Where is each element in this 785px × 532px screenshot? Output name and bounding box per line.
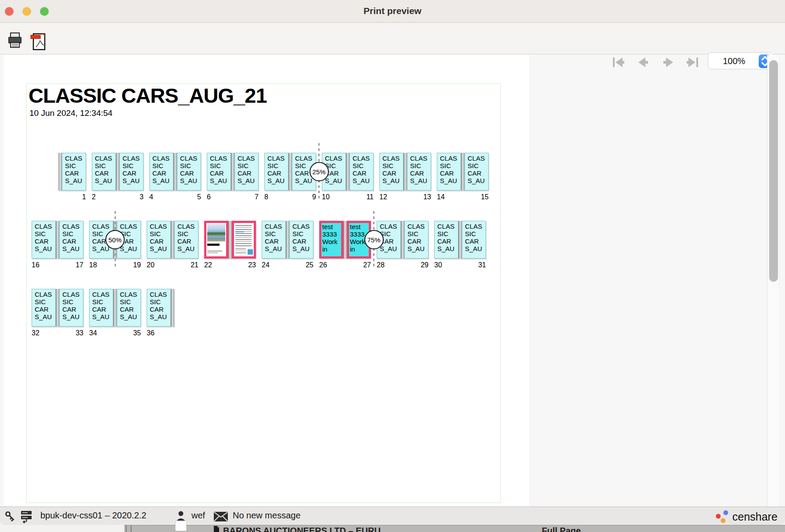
page-thumbnail-35[interactable]: CLAS SIC CAR S_AU [117,289,141,327]
page-thumbnail-34[interactable]: CLAS SIC CAR S_AU [89,289,113,327]
page-thumbnail-21[interactable]: CLAS SIC CAR S_AU [174,221,198,259]
previous-page-button[interactable] [636,56,651,69]
page-thumbnail-16[interactable]: CLAS SIC CAR S_AU [32,221,56,259]
vertical-scrollbar[interactable] [767,55,780,507]
page-number: 35 [121,329,141,337]
page-number: 18 [89,261,109,269]
page-number: 25 [293,261,313,269]
page-thumbnail-label: CLAS SIC CAR S_AU [207,153,230,184]
page-thumbnail-13[interactable]: CLAS SIC CAR S_AU [407,153,431,191]
background-asset-title: BARONS AUCTIONEERS LTD – EURU [223,526,381,532]
page-spine [171,289,174,327]
page-thumbnail-label: CLAS SIC CAR S_AU [350,153,373,184]
page-number: 8 [264,193,284,201]
page-thumbnail-label: CLAS SIC CAR S_AU [32,221,55,252]
previous-page-icon [636,56,651,69]
page-thumbnail-label: CLAS SIC CAR S_AU [265,153,288,184]
page-thumbnail-5[interactable]: CLAS SIC CAR S_AU [177,153,201,191]
thumbnail-text-line [207,252,218,253]
thumbnail-caption-bar [207,244,220,246]
page-thumbnail-33[interactable]: CLAS SIC CAR S_AU [59,289,83,327]
page-thumbnail-32[interactable]: CLAS SIC CAR S_AU [32,289,56,327]
page-spine [346,153,349,191]
page-number: 33 [63,329,83,337]
page-thumbnail-22[interactable] [204,221,228,259]
thumbnail-text-lines [235,248,246,255]
page-number: 4 [149,193,169,201]
export-pdf-button[interactable] [30,32,47,50]
page-thumbnail-36[interactable]: CLAS SIC CAR S_AU [147,289,171,327]
pdf-export-icon [30,32,47,51]
page-thumbnail-29[interactable]: CLAS SIC CAR S_AU [404,221,429,259]
thumbnail-text-lines [235,225,252,247]
page-number: 14 [437,193,457,201]
window-divider [126,525,127,532]
page-thumbnail-24[interactable]: CLAS SIC CAR S_AU [262,221,286,259]
page-number: 26 [319,261,339,269]
scrollbar-thumb[interactable] [769,60,778,282]
page-thumbnail-30[interactable]: CLAS SIC CAR S_AU [434,221,458,259]
page-thumbnail-2[interactable]: CLAS SIC CAR S_AU [92,153,116,191]
last-page-button[interactable] [685,56,700,69]
page-thumbnail-label: CLAS SIC CAR S_AU [262,221,285,252]
page-thumbnail-7[interactable]: CLAS SIC CAR S_AU [234,153,259,191]
page-thumbnail-14[interactable]: CLAS SIC CAR S_AU [437,153,461,191]
page-thumbnail-label: CLAS SIC CAR S_AU [150,153,173,184]
page-thumbnail-25[interactable]: CLAS SIC CAR S_AU [289,221,313,259]
page-thumbnail-20[interactable]: CLAS SIC CAR S_AU [147,221,171,259]
page-spine [286,221,289,259]
next-page-button[interactable] [661,56,676,69]
first-page-button[interactable] [611,56,626,69]
page-thumbnail-12[interactable]: CLAS SIC CAR S_AU [379,153,403,191]
page-spine [173,153,177,191]
first-page-icon [611,56,626,69]
page-thumbnail-1[interactable]: CLAS SIC CAR S_AU [62,153,86,191]
page-spine [401,221,404,259]
page-thumbnail-6[interactable]: CLAS SIC CAR S_AU [207,153,231,191]
background-view-label: Full Page [542,526,581,532]
page-spine [113,289,117,327]
page-number: 28 [377,261,397,269]
username-label: wef [191,510,205,521]
page-spine [116,153,119,191]
page-thumbnail-3[interactable]: CLAS SIC CAR S_AU [119,153,144,191]
page-number: 21 [178,261,198,269]
censhare-logo-text: censhare [732,510,778,523]
page-thumbnail-label: CLAS SIC CAR S_AU [117,289,140,320]
titlebar: Print preview [0,0,785,23]
last-page-icon [685,56,700,69]
page-number: 36 [147,329,167,337]
document-title: CLASSIC CARS_AUG_21 [29,83,267,108]
page-spine [403,153,407,191]
zoom-level-value: 100% [708,56,760,66]
page-thumbnail-31[interactable]: CLAS SIC CAR S_AU [462,221,486,259]
page-thumbnail-8[interactable]: CLAS SIC CAR S_AU [264,153,288,191]
page-thumbnail-label: CLAS SIC CAR S_AU [235,153,258,184]
page-number: 12 [379,193,400,201]
next-page-icon [661,56,676,69]
page-number: 10 [322,193,342,201]
page-thumbnail-11[interactable]: CLAS SIC CAR S_AU [349,153,374,191]
page-thumbnail-4[interactable]: CLAS SIC CAR S_AU [149,153,173,191]
page-number: 15 [468,193,489,201]
page-number: 3 [123,193,144,201]
page-number: 16 [32,261,52,269]
page-number: 5 [181,193,201,201]
page-thumbnail-label: CLAS SIC CAR S_AU [92,153,115,184]
page-number: 30 [434,261,454,269]
page-spine [231,153,234,191]
server-version-label: bpuk-dev-css01 – 2020.2.2 [40,510,146,521]
page-thumbnail-26[interactable]: test 3333 Work in [319,221,343,259]
page-thumbnail-label: CLAS SIC CAR S_AU [465,153,488,184]
print-button[interactable] [7,32,25,50]
page-thumbnail-15[interactable]: CLAS SIC CAR S_AU [465,153,489,191]
page-thumbnail-23[interactable] [232,221,256,259]
message-status-label: No new message [233,510,301,521]
page-spine [461,153,465,191]
page-number: 29 [408,261,429,269]
page-thumbnail-17[interactable]: CLAS SIC CAR S_AU [59,221,83,259]
zoom-level-select[interactable]: 100% [708,52,774,69]
page-thumbnail-label: CLAS SIC CAR S_AU [90,289,113,320]
document-icon [213,526,220,532]
page-thumbnail-label: CLAS SIC CAR S_AU [435,221,458,252]
